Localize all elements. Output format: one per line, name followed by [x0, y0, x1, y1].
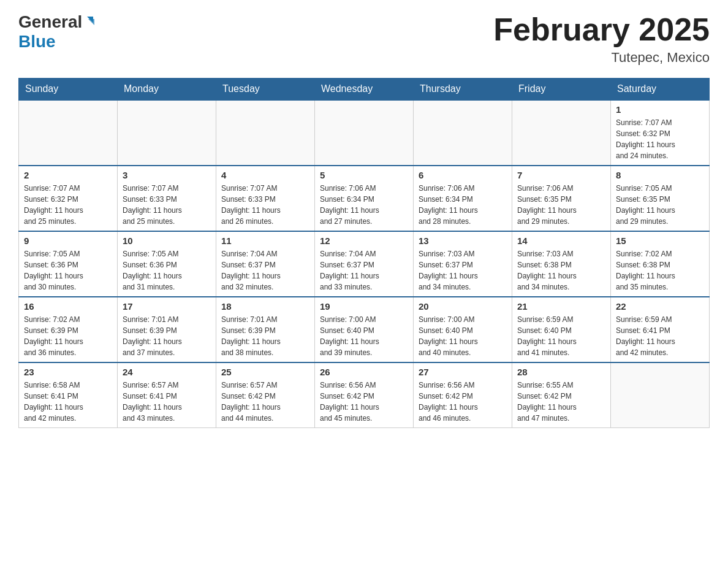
- calendar-cell: [414, 100, 512, 166]
- calendar-cell: [315, 100, 414, 166]
- calendar-cell: 14Sunrise: 7:03 AMSunset: 6:38 PMDayligh…: [512, 231, 611, 297]
- day-info: Sunrise: 7:01 AMSunset: 6:39 PMDaylight:…: [221, 314, 309, 358]
- day-number: 24: [123, 367, 211, 377]
- logo-blue-text: Blue: [18, 32, 56, 52]
- day-number: 1: [616, 104, 704, 115]
- day-info: Sunrise: 6:56 AMSunset: 6:42 PMDaylight:…: [320, 380, 408, 424]
- calendar-cell: 24Sunrise: 6:57 AMSunset: 6:41 PMDayligh…: [118, 362, 216, 428]
- day-info: Sunrise: 7:07 AMSunset: 6:33 PMDaylight:…: [123, 183, 211, 227]
- week-row: 2Sunrise: 7:07 AMSunset: 6:32 PMDaylight…: [19, 166, 710, 231]
- day-number: 23: [24, 367, 112, 377]
- calendar-cell: 27Sunrise: 6:56 AMSunset: 6:42 PMDayligh…: [414, 362, 512, 428]
- day-number: 21: [517, 301, 605, 312]
- day-info: Sunrise: 7:07 AMSunset: 6:32 PMDaylight:…: [24, 183, 112, 227]
- calendar-cell: 2Sunrise: 7:07 AMSunset: 6:32 PMDaylight…: [19, 166, 118, 231]
- calendar-cell: 9Sunrise: 7:05 AMSunset: 6:36 PMDaylight…: [19, 231, 118, 297]
- title-block: February 2025 Tutepec, Mexico: [493, 12, 710, 66]
- day-info: Sunrise: 7:03 AMSunset: 6:37 PMDaylight:…: [419, 248, 507, 293]
- day-number: 25: [221, 367, 309, 377]
- day-number: 8: [616, 170, 704, 180]
- calendar-table: SundayMondayTuesdayWednesdayThursdayFrid…: [18, 78, 710, 428]
- days-of-week-row: SundayMondayTuesdayWednesdayThursdayFrid…: [19, 79, 710, 101]
- logo: General Blue: [18, 12, 97, 52]
- calendar-cell: 12Sunrise: 7:04 AMSunset: 6:37 PMDayligh…: [315, 231, 414, 297]
- day-number: 12: [320, 236, 408, 246]
- day-info: Sunrise: 7:02 AMSunset: 6:39 PMDaylight:…: [24, 314, 112, 358]
- day-of-week-header: Monday: [118, 79, 216, 101]
- calendar-cell: [611, 362, 710, 428]
- page-header: General Blue February 2025 Tutepec, Mexi…: [18, 12, 710, 66]
- day-number: 15: [616, 236, 704, 246]
- calendar-cell: 11Sunrise: 7:04 AMSunset: 6:37 PMDayligh…: [216, 231, 315, 297]
- day-number: 4: [221, 170, 309, 180]
- day-number: 7: [517, 170, 605, 180]
- day-info: Sunrise: 7:01 AMSunset: 6:39 PMDaylight:…: [123, 314, 211, 358]
- day-info: Sunrise: 6:56 AMSunset: 6:42 PMDaylight:…: [419, 380, 507, 424]
- week-row: 1Sunrise: 7:07 AMSunset: 6:32 PMDaylight…: [19, 100, 710, 166]
- day-number: 2: [24, 170, 112, 180]
- calendar-cell: 22Sunrise: 6:59 AMSunset: 6:41 PMDayligh…: [611, 297, 710, 362]
- day-info: Sunrise: 7:06 AMSunset: 6:35 PMDaylight:…: [517, 183, 605, 227]
- day-number: 20: [419, 301, 507, 312]
- day-info: Sunrise: 7:05 AMSunset: 6:36 PMDaylight:…: [24, 248, 112, 293]
- day-info: Sunrise: 6:59 AMSunset: 6:40 PMDaylight:…: [517, 314, 605, 358]
- day-number: 28: [517, 367, 605, 377]
- day-of-week-header: Friday: [512, 79, 611, 101]
- day-number: 14: [517, 236, 605, 246]
- day-info: Sunrise: 7:03 AMSunset: 6:38 PMDaylight:…: [517, 248, 605, 293]
- calendar-cell: 18Sunrise: 7:01 AMSunset: 6:39 PMDayligh…: [216, 297, 315, 362]
- day-info: Sunrise: 6:55 AMSunset: 6:42 PMDaylight:…: [517, 380, 605, 424]
- calendar-cell: 25Sunrise: 6:57 AMSunset: 6:42 PMDayligh…: [216, 362, 315, 428]
- day-info: Sunrise: 7:05 AMSunset: 6:35 PMDaylight:…: [616, 183, 704, 227]
- calendar-cell: 10Sunrise: 7:05 AMSunset: 6:36 PMDayligh…: [118, 231, 216, 297]
- calendar-cell: [216, 100, 315, 166]
- day-of-week-header: Tuesday: [216, 79, 315, 101]
- calendar-cell: 8Sunrise: 7:05 AMSunset: 6:35 PMDaylight…: [611, 166, 710, 231]
- day-of-week-header: Saturday: [611, 79, 710, 101]
- calendar-cell: 16Sunrise: 7:02 AMSunset: 6:39 PMDayligh…: [19, 297, 118, 362]
- calendar-cell: 28Sunrise: 6:55 AMSunset: 6:42 PMDayligh…: [512, 362, 611, 428]
- calendar-cell: 4Sunrise: 7:07 AMSunset: 6:33 PMDaylight…: [216, 166, 315, 231]
- day-number: 26: [320, 367, 408, 377]
- day-info: Sunrise: 7:06 AMSunset: 6:34 PMDaylight:…: [419, 183, 507, 227]
- week-row: 9Sunrise: 7:05 AMSunset: 6:36 PMDaylight…: [19, 231, 710, 297]
- calendar-cell: 21Sunrise: 6:59 AMSunset: 6:40 PMDayligh…: [512, 297, 611, 362]
- day-number: 27: [419, 367, 507, 377]
- calendar-cell: 17Sunrise: 7:01 AMSunset: 6:39 PMDayligh…: [118, 297, 216, 362]
- calendar-cell: 20Sunrise: 7:00 AMSunset: 6:40 PMDayligh…: [414, 297, 512, 362]
- week-row: 16Sunrise: 7:02 AMSunset: 6:39 PMDayligh…: [19, 297, 710, 362]
- day-info: Sunrise: 6:57 AMSunset: 6:42 PMDaylight:…: [221, 380, 309, 424]
- calendar-cell: 23Sunrise: 6:58 AMSunset: 6:41 PMDayligh…: [19, 362, 118, 428]
- day-of-week-header: Sunday: [19, 79, 118, 101]
- month-title: February 2025: [493, 12, 710, 47]
- day-info: Sunrise: 7:02 AMSunset: 6:38 PMDaylight:…: [616, 248, 704, 293]
- day-number: 9: [24, 236, 112, 246]
- calendar-cell: 26Sunrise: 6:56 AMSunset: 6:42 PMDayligh…: [315, 362, 414, 428]
- day-info: Sunrise: 7:00 AMSunset: 6:40 PMDaylight:…: [419, 314, 507, 358]
- calendar-cell: 1Sunrise: 7:07 AMSunset: 6:32 PMDaylight…: [611, 100, 710, 166]
- logo-arrow-icon: [83, 14, 97, 28]
- calendar-cell: 6Sunrise: 7:06 AMSunset: 6:34 PMDaylight…: [414, 166, 512, 231]
- day-number: 18: [221, 301, 309, 312]
- day-of-week-header: Thursday: [414, 79, 512, 101]
- day-number: 6: [419, 170, 507, 180]
- day-info: Sunrise: 7:06 AMSunset: 6:34 PMDaylight:…: [320, 183, 408, 227]
- calendar-cell: [19, 100, 118, 166]
- day-info: Sunrise: 6:57 AMSunset: 6:41 PMDaylight:…: [123, 380, 211, 424]
- location-title: Tutepec, Mexico: [493, 50, 710, 66]
- day-number: 22: [616, 301, 704, 312]
- calendar-cell: 13Sunrise: 7:03 AMSunset: 6:37 PMDayligh…: [414, 231, 512, 297]
- calendar-cell: 5Sunrise: 7:06 AMSunset: 6:34 PMDaylight…: [315, 166, 414, 231]
- calendar-cell: 19Sunrise: 7:00 AMSunset: 6:40 PMDayligh…: [315, 297, 414, 362]
- day-number: 10: [123, 236, 211, 246]
- day-number: 19: [320, 301, 408, 312]
- day-number: 5: [320, 170, 408, 180]
- logo-general-text: General: [18, 12, 82, 32]
- calendar-cell: 15Sunrise: 7:02 AMSunset: 6:38 PMDayligh…: [611, 231, 710, 297]
- day-info: Sunrise: 7:00 AMSunset: 6:40 PMDaylight:…: [320, 314, 408, 358]
- day-info: Sunrise: 7:07 AMSunset: 6:33 PMDaylight:…: [221, 183, 309, 227]
- day-info: Sunrise: 7:05 AMSunset: 6:36 PMDaylight:…: [123, 248, 211, 293]
- day-info: Sunrise: 6:59 AMSunset: 6:41 PMDaylight:…: [616, 314, 704, 358]
- day-of-week-header: Wednesday: [315, 79, 414, 101]
- day-number: 3: [123, 170, 211, 180]
